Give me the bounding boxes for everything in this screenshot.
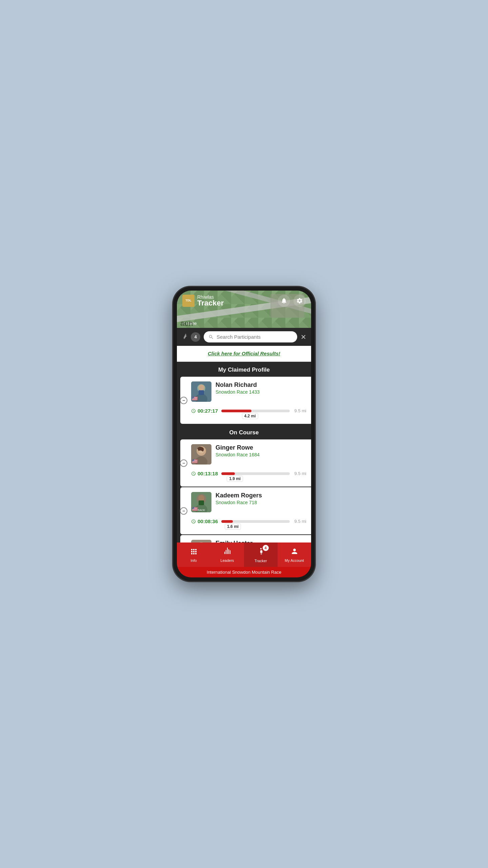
kadeem-progress-container: 1.6 mi	[221, 520, 290, 523]
kadeem-progress-fill	[221, 520, 233, 523]
remove-kadeem-button[interactable]: −	[180, 507, 187, 515]
info-nav-icon	[190, 547, 198, 557]
svg-point-13	[198, 495, 204, 501]
search-bar: 4 ✕	[177, 328, 311, 346]
nolan-progress-label: 4.2 mi	[242, 413, 258, 419]
map-aen-text: aen	[180, 319, 193, 328]
tracker-nav-icon: 4	[257, 547, 265, 558]
nav-item-leaders[interactable]: Leaders	[210, 542, 244, 567]
kadeem-progress-row: 00:08:36 1.6 mi 9.5 mi	[185, 516, 306, 524]
claimed-section-header: My Claimed Profile	[177, 362, 311, 377]
leaders-nav-label: Leaders	[221, 558, 234, 563]
clock-icon-kadeem	[191, 519, 196, 524]
close-button[interactable]: ✕	[301, 333, 306, 341]
search-input-wrap[interactable]	[204, 331, 297, 342]
participant-card-kadeem: − RACE 🇺🇸 Kadeem	[180, 487, 311, 534]
kadeem-progress-track	[221, 520, 290, 523]
account-nav-label: My Account	[285, 558, 304, 563]
walker-icon	[182, 333, 189, 341]
svg-rect-14	[199, 500, 204, 505]
app-title: Rhiwlas Tracker	[197, 295, 224, 307]
kadeem-race: Snowdon Race 718	[216, 500, 306, 505]
footer-banner-text: International Snowdon Mountain Race	[207, 570, 281, 575]
participant-card-nolan: − 🇺🇸 Nolan Richard	[180, 377, 311, 424]
ginger-progress-fill	[221, 472, 235, 475]
ginger-progress-track	[221, 472, 290, 475]
tdl-logo: TDL	[182, 295, 195, 307]
participant-card-emily: − 🇺🇸 Emily Hester S	[180, 535, 311, 542]
phone-screen: TDL Rhiwlas Tracker	[177, 291, 311, 577]
nav-item-tracker[interactable]: 4 Tracker	[244, 542, 278, 567]
kadeem-progress-label: 1.6 mi	[225, 524, 241, 530]
header-bar: TDL Rhiwlas Tracker	[177, 291, 311, 310]
nolan-info: Nolan Richard Snowdon Race 1433	[216, 381, 306, 395]
ginger-info: Ginger Rowe Snowdon Race 1684	[216, 444, 306, 457]
card-top-ginger: 🇺🇸 Ginger Rowe Snowdon Race 1684	[185, 444, 306, 465]
bottom-nav: Info Leaders 4	[177, 542, 311, 567]
ginger-total: 9.5 mi	[294, 471, 306, 476]
kadeem-name: Kadeem Rogers	[216, 492, 306, 499]
nolan-name: Nolan Richard	[216, 381, 306, 389]
nav-item-account[interactable]: My Account	[278, 542, 311, 567]
tracker-badge: 4	[182, 332, 200, 342]
clock-icon-nolan	[191, 409, 196, 413]
svg-point-20	[260, 548, 261, 549]
results-link[interactable]: Click here for Official Results!	[208, 351, 280, 356]
search-icon	[208, 334, 214, 340]
nolan-flag: 🇺🇸	[192, 396, 198, 401]
header-icons	[278, 295, 306, 307]
settings-button[interactable]	[293, 295, 306, 307]
kadeem-total: 9.5 mi	[294, 519, 306, 524]
ginger-flag: 🇺🇸	[192, 458, 198, 464]
participant-card-ginger: − 🇺🇸 Ginger Rowe Sn	[180, 439, 311, 487]
tracker-count: 4	[191, 332, 200, 342]
kadeem-time: 00:08:36	[191, 518, 218, 524]
tracker-nav-label: Tracker	[255, 559, 267, 563]
kadeem-flag: 🇺🇸	[192, 506, 198, 512]
remove-ginger-button[interactable]: −	[180, 459, 187, 467]
avatar-ginger: 🇺🇸	[191, 444, 211, 465]
ginger-time: 00:13:18	[191, 471, 218, 476]
clock-icon-ginger	[191, 471, 196, 476]
nolan-total: 9.5 mi	[294, 408, 306, 413]
nolan-time-value: 00:27:17	[198, 408, 218, 414]
notification-button[interactable]	[278, 295, 290, 307]
results-banner[interactable]: Click here for Official Results!	[177, 346, 311, 362]
search-input[interactable]	[217, 334, 292, 340]
avatar-nolan: 🇺🇸	[191, 381, 211, 402]
nolan-progress-track	[221, 410, 290, 412]
kadeem-info: Kadeem Rogers Snowdon Race 718	[216, 492, 306, 505]
nolan-progress-row: 00:27:17 4.2 mi 9.5 mi	[185, 405, 306, 414]
on-course-section-header: On Course	[177, 425, 311, 439]
phone-frame: TDL Rhiwlas Tracker	[173, 287, 315, 581]
kadeem-time-value: 00:08:36	[198, 518, 218, 524]
nav-item-info[interactable]: Info	[177, 542, 210, 567]
card-top-kadeem: RACE 🇺🇸 Kadeem Rogers Snowdon Race 718	[185, 492, 306, 512]
header-left: TDL Rhiwlas Tracker	[182, 295, 224, 307]
ginger-progress-row: 00:13:18 1.9 mi 9.5 mi	[185, 468, 306, 476]
svg-rect-5	[199, 390, 204, 395]
app-title-tracker: Tracker	[197, 299, 224, 307]
ginger-time-value: 00:13:18	[198, 471, 218, 476]
remove-nolan-button[interactable]: −	[180, 397, 187, 404]
nolan-race: Snowdon Race 1433	[216, 389, 306, 395]
emily-info: Emily Hester Snowdon Race 1636	[216, 540, 306, 542]
ginger-progress-label: 1.9 mi	[227, 476, 243, 482]
svg-rect-16	[191, 540, 211, 542]
ginger-race: Snowdon Race 1684	[216, 452, 306, 457]
footer-banner: International Snowdon Mountain Race	[177, 567, 311, 577]
svg-point-4	[198, 384, 204, 391]
avatar-emily: 🇺🇸	[191, 540, 211, 542]
info-nav-label: Info	[190, 558, 197, 563]
svg-point-0	[185, 334, 186, 335]
emily-name: Emily Hester	[216, 540, 306, 542]
svg-text:RACE: RACE	[198, 509, 205, 512]
card-top-nolan: 🇺🇸 Nolan Richard Snowdon Race 1433	[185, 381, 306, 402]
avatar-kadeem: RACE 🇺🇸	[191, 492, 211, 512]
tracker-nav-badge: 4	[263, 545, 269, 551]
content-area: Click here for Official Results! My Clai…	[177, 346, 311, 542]
map-header: TDL Rhiwlas Tracker	[177, 291, 311, 328]
nolan-time: 00:27:17	[191, 408, 218, 414]
leaders-nav-icon	[223, 547, 231, 557]
account-nav-icon	[290, 547, 299, 557]
